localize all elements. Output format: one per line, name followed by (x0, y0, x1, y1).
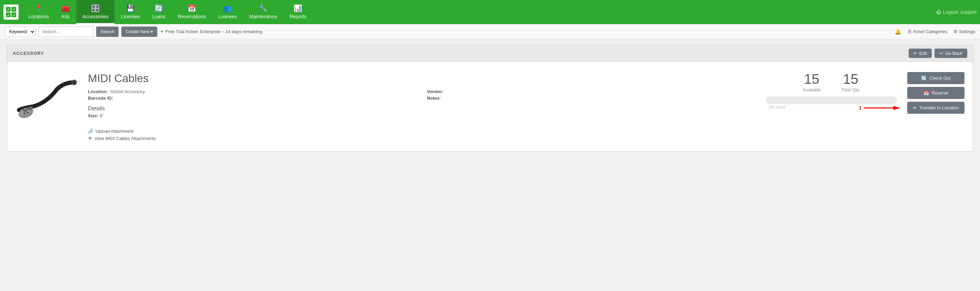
edit-button[interactable]: ✏ Edit (908, 49, 932, 58)
logout-button[interactable]: ⏻ Logout: support (936, 9, 977, 15)
reservations-icon: 📅 (188, 4, 196, 13)
search-type-select[interactable]: Keyword (5, 27, 35, 37)
toolbar-right: 🔔 ☰ Asset Categories ⚙ Settings (894, 28, 975, 35)
notes-row: Notes: (427, 95, 756, 101)
nav-label-locations: Locations (28, 14, 49, 19)
logout-label: Logout: support (943, 9, 977, 15)
vendor-label: Vendor: (427, 89, 444, 94)
reserve-label: Reserve (932, 90, 948, 95)
nav-item-kits[interactable]: 🧰 Kits (55, 0, 76, 24)
kits-icon: 🧰 (61, 4, 70, 13)
svg-point-13 (27, 112, 29, 113)
nav-label-maintenance: Maintenance (249, 14, 277, 19)
accessories-icon: 🎛️ (91, 4, 100, 13)
annotation-number: 1 (859, 105, 862, 111)
nav-label-kits: Kits (62, 14, 70, 19)
asset-categories-link[interactable]: ☰ Asset Categories (908, 29, 947, 34)
star-icon: ✦ (160, 29, 164, 34)
progress-row: 0% Used (766, 95, 897, 104)
checkout-label: Check Out (929, 76, 950, 81)
bell-icon[interactable]: 🔔 (894, 28, 901, 35)
accessory-name: MIDI Cables (88, 72, 756, 85)
accessory-meta: Location: Global Accessory Vendor: Barco… (88, 89, 756, 101)
nav-item-maintenance[interactable]: 🔧 Maintenance (243, 0, 283, 24)
trial-text: Free Trial Active: Enterprise – 14 days … (165, 29, 262, 34)
total-qty-count: 15 (842, 72, 860, 86)
go-back-button[interactable]: ↩ Go Back (934, 49, 967, 58)
edit-icon: ✏ (913, 51, 917, 56)
transfer-label: Transfer to Location (919, 105, 959, 110)
search-input[interactable] (38, 27, 94, 37)
location-label: Location: (88, 89, 108, 94)
nav-item-locations[interactable]: 📍 Locations (22, 0, 55, 24)
gear-icon: ⚙ (953, 29, 958, 34)
barcode-row: Barcode ID: (88, 95, 417, 101)
loanees-icon: 👥 (223, 4, 232, 13)
transfer-to-location-button[interactable]: ⇌ Transfer to Location (907, 102, 964, 114)
licenses-icon: 💾 (126, 4, 135, 13)
trial-info: ✦ Free Trial Active: Enterprise – 14 day… (160, 29, 262, 34)
details-title: Details (88, 105, 756, 112)
nav-item-loanees[interactable]: 👥 Loanees (212, 0, 243, 24)
reserve-icon: 📅 (923, 90, 929, 95)
create-new-button[interactable]: Create New ▾ (121, 27, 157, 37)
bottom-links: 🔗 Upload Attachment 👁 View MIDI Cables A… (88, 129, 756, 141)
available-label: Available (803, 87, 821, 92)
nav-item-reports[interactable]: 📊 Reports (283, 0, 312, 24)
location-row: Location: Global Accessory (88, 89, 417, 94)
maintenance-icon: 🔧 (259, 4, 267, 13)
arrow-svg (864, 104, 902, 112)
available-stat: 15 Available (803, 72, 821, 92)
nav-item-loans[interactable]: 🔄 Loans (146, 0, 172, 24)
size-row: Size: 6" (88, 113, 756, 118)
svg-text:✓: ✓ (7, 8, 10, 11)
view-attachments-link[interactable]: 👁 View MIDI Cables Attachments (88, 136, 756, 141)
details-section: Details Size: 6" (88, 105, 756, 118)
action-buttons: 🔄 Check Out 📅 Reserve ⇌ Transfer to Loca… (907, 72, 964, 114)
notes-label: Notes: (427, 95, 441, 101)
nav-label-reports: Reports (289, 14, 306, 19)
toolbar: Keyword Search Create New ▾ ✦ Free Trial… (0, 24, 980, 39)
size-label: Size: (88, 113, 98, 118)
settings-link[interactable]: ⚙ Settings (953, 29, 975, 34)
available-count: 15 (803, 72, 821, 86)
app-logo[interactable]: ✓ ✓ ✓ ✓ (3, 5, 19, 20)
upload-attachment-link[interactable]: 🔗 Upload Attachment (88, 129, 756, 134)
svg-point-11 (26, 108, 28, 110)
barcode-label: Barcode ID: (88, 95, 113, 101)
vendor-row: Vendor: (427, 89, 756, 94)
svg-text:✓: ✓ (13, 8, 15, 11)
page-actions: ✏ Edit ↩ Go Back (908, 49, 967, 58)
stats-area: 15 Available 15 Total Qty. 0% Used (766, 72, 897, 104)
page-header: ACCESSORY ✏ Edit ↩ Go Back (7, 45, 973, 62)
search-button[interactable]: Search (96, 27, 119, 37)
location-value: Global Accessory (110, 89, 145, 94)
checkout-icon: 🔄 (921, 76, 927, 81)
chevron-down-icon: ▾ (151, 29, 153, 34)
edit-label: Edit (919, 51, 927, 56)
list-icon: ☰ (908, 29, 912, 34)
search-button-label: Search (100, 29, 115, 34)
create-new-label: Create New (126, 29, 149, 34)
reserve-button[interactable]: 📅 Reserve (907, 87, 964, 99)
accessory-image (16, 72, 78, 127)
locations-icon: 📍 (34, 4, 43, 13)
page-breadcrumb: ACCESSORY (13, 51, 44, 56)
nav-item-accessories[interactable]: 🎛️ Accessories (76, 0, 115, 24)
progress-bar: 0% Used (766, 97, 897, 104)
transfer-icon: ⇌ (913, 105, 916, 110)
top-navigation: ✓ ✓ ✓ ✓ 📍 Locations 🧰 Kits 🎛️ Accessorie… (0, 0, 980, 24)
size-value: 6" (100, 113, 104, 118)
upload-attachment-label: Upload Attachment (95, 129, 134, 134)
checkout-button[interactable]: 🔄 Check Out (907, 72, 964, 84)
total-qty-label: Total Qty. (842, 87, 860, 92)
content-area: ACCESSORY ✏ Edit ↩ Go Back (0, 39, 980, 157)
go-back-label: Go Back (945, 51, 963, 56)
svg-point-10 (23, 109, 25, 111)
nav-item-licenses[interactable]: 💾 Licenses (115, 0, 146, 24)
transfer-container: ⇌ Transfer to Location 1 (907, 102, 964, 114)
total-qty-stat: 15 Total Qty. (842, 72, 860, 92)
nav-items-container: 📍 Locations 🧰 Kits 🎛️ Accessories 💾 Lice… (22, 0, 936, 24)
nav-item-reservations[interactable]: 📅 Reservations (172, 0, 212, 24)
settings-label: Settings (959, 29, 975, 34)
